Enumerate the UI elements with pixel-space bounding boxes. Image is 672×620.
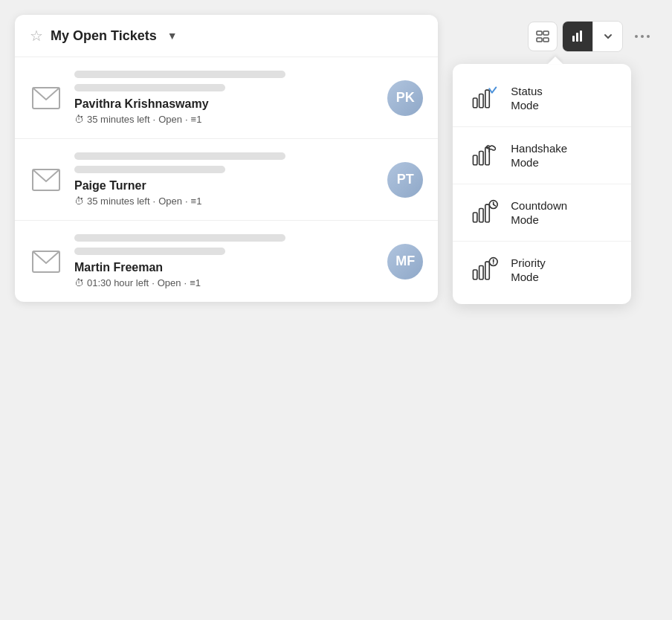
chart-view-button[interactable] bbox=[563, 22, 592, 51]
svg-rect-18 bbox=[485, 147, 489, 165]
ticket-time: 35 minutes left bbox=[87, 114, 150, 125]
svg-rect-25 bbox=[474, 270, 477, 280]
svg-rect-4 bbox=[543, 31, 549, 35]
svg-line-24 bbox=[494, 204, 496, 206]
svg-point-11 bbox=[641, 35, 644, 38]
mode-item-priority[interactable]: Priority Mode bbox=[453, 242, 631, 298]
panel-title: My Open Tickets bbox=[51, 28, 157, 44]
svg-rect-8 bbox=[576, 33, 578, 42]
svg-rect-14 bbox=[479, 94, 483, 108]
skeleton-line bbox=[74, 71, 285, 78]
svg-rect-17 bbox=[479, 152, 483, 165]
ticket-name: Pavithra Krishnaswamy bbox=[74, 97, 375, 111]
priority-mode-label: Priority Mode bbox=[511, 256, 546, 285]
more-options-button[interactable] bbox=[627, 22, 657, 51]
chart-icon bbox=[571, 30, 584, 43]
ticket-content: Pavithra Krishnaswamy ⏱ 35 minutes left … bbox=[74, 71, 375, 125]
more-icon bbox=[634, 34, 650, 39]
mode-item-handshake[interactable]: Handshake Mode bbox=[453, 127, 631, 184]
ticket-name: Paige Turner bbox=[74, 179, 375, 193]
ticket-status: Open bbox=[158, 114, 182, 125]
svg-rect-15 bbox=[485, 90, 489, 108]
mail-icon bbox=[30, 82, 62, 114]
avatar: MF bbox=[387, 244, 423, 280]
star-icon[interactable]: ☆ bbox=[30, 27, 43, 45]
svg-point-30 bbox=[493, 263, 494, 264]
ticket-content: Paige Turner ⏱ 35 minutes left · Open · … bbox=[74, 152, 375, 207]
dropdown-arrow bbox=[548, 56, 563, 64]
separator: · bbox=[185, 114, 188, 125]
ticket-priority: ≡1 bbox=[190, 277, 201, 288]
countdown-mode-icon bbox=[468, 196, 500, 229]
svg-rect-21 bbox=[485, 204, 489, 222]
countdown-mode-label: Countdown Mode bbox=[511, 198, 567, 227]
avatar-initials: MF bbox=[387, 244, 423, 280]
list-view-icon bbox=[536, 30, 549, 43]
ticket-meta: ⏱ 01:30 hour left · Open · ≡1 bbox=[74, 277, 375, 288]
svg-rect-13 bbox=[474, 98, 477, 108]
skeleton-line bbox=[74, 166, 225, 173]
svg-rect-5 bbox=[537, 38, 542, 42]
ticket-meta: ⏱ 35 minutes left · Open · ≡1 bbox=[74, 196, 375, 207]
svg-rect-19 bbox=[474, 213, 477, 222]
clock-icon: ⏱ bbox=[74, 277, 84, 288]
ticket-row[interactable]: Paige Turner ⏱ 35 minutes left · Open · … bbox=[15, 139, 438, 221]
dropdown-arrow-button[interactable] bbox=[592, 22, 622, 51]
list-view-button[interactable] bbox=[528, 22, 558, 51]
svg-rect-26 bbox=[479, 266, 483, 280]
avatar: PT bbox=[387, 162, 423, 198]
handshake-mode-label: Handshake Mode bbox=[511, 141, 567, 170]
chevron-down-icon bbox=[604, 32, 613, 41]
separator: · bbox=[153, 196, 156, 207]
ticket-time: 35 minutes left bbox=[87, 196, 150, 207]
mode-item-countdown[interactable]: Countdown Mode bbox=[453, 184, 631, 242]
ticket-priority: ≡1 bbox=[191, 114, 202, 125]
separator: · bbox=[184, 277, 187, 288]
ticket-priority: ≡1 bbox=[191, 196, 202, 207]
clock-icon: ⏱ bbox=[74, 114, 84, 125]
svg-rect-7 bbox=[572, 36, 575, 42]
ticket-status: Open bbox=[158, 196, 182, 207]
mail-icon bbox=[30, 245, 62, 278]
skeleton-line bbox=[74, 84, 225, 91]
separator: · bbox=[185, 196, 188, 207]
separator: · bbox=[152, 277, 155, 288]
avatar: PK bbox=[387, 80, 423, 116]
ticket-name: Martin Freeman bbox=[74, 261, 375, 274]
skeleton-line bbox=[74, 152, 285, 160]
tickets-panel: ☆ My Open Tickets ▼ Pavithra Krishnaswam… bbox=[15, 15, 438, 302]
mode-dropdown: Status Mode Handshake bbox=[453, 64, 657, 304]
priority-mode-icon bbox=[468, 254, 500, 286]
ticket-meta: ⏱ 35 minutes left · Open · ≡1 bbox=[74, 114, 375, 125]
avatar-initials: PK bbox=[387, 80, 423, 116]
skeleton-line bbox=[74, 234, 285, 242]
svg-rect-6 bbox=[543, 38, 549, 42]
ticket-row[interactable]: Martin Freeman ⏱ 01:30 hour left · Open … bbox=[15, 221, 438, 302]
mail-icon bbox=[30, 164, 62, 196]
separator: · bbox=[153, 114, 156, 125]
dropdown-menu: Status Mode Handshake bbox=[453, 64, 631, 304]
ticket-time: 01:30 hour left bbox=[87, 277, 149, 288]
svg-rect-9 bbox=[580, 30, 582, 42]
right-panel: Status Mode Handshake bbox=[453, 15, 657, 304]
panel-header: ☆ My Open Tickets ▼ bbox=[15, 15, 438, 57]
skeleton-line bbox=[74, 248, 225, 255]
svg-point-12 bbox=[647, 35, 650, 38]
svg-rect-20 bbox=[479, 209, 483, 222]
ticket-status: Open bbox=[158, 277, 181, 288]
status-mode-label: Status Mode bbox=[511, 84, 543, 113]
mode-item-status[interactable]: Status Mode bbox=[453, 70, 631, 127]
handshake-mode-icon bbox=[468, 139, 500, 172]
status-mode-icon bbox=[468, 82, 500, 114]
clock-icon: ⏱ bbox=[74, 196, 84, 207]
svg-point-10 bbox=[635, 35, 638, 38]
svg-rect-27 bbox=[485, 262, 489, 280]
toolbar bbox=[453, 15, 657, 58]
chevron-down-icon[interactable]: ▼ bbox=[167, 30, 178, 42]
ticket-content: Martin Freeman ⏱ 01:30 hour left · Open … bbox=[74, 234, 375, 288]
ticket-row[interactable]: Pavithra Krishnaswamy ⏱ 35 minutes left … bbox=[15, 57, 438, 139]
avatar-initials: PT bbox=[387, 162, 423, 198]
svg-rect-16 bbox=[474, 155, 477, 165]
chart-toolbar-group bbox=[562, 21, 623, 52]
svg-rect-3 bbox=[537, 31, 542, 35]
